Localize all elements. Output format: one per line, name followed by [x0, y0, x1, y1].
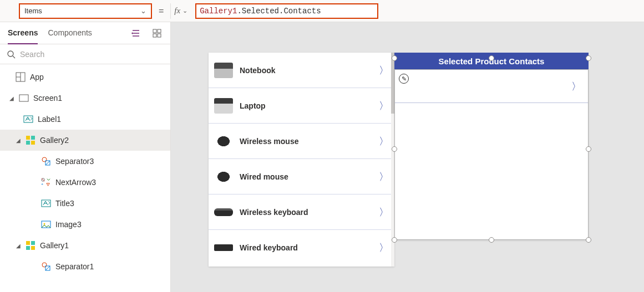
label-icon	[41, 198, 51, 208]
list-item[interactable]: 〉	[395, 70, 588, 103]
tree-grid-icon[interactable]	[151, 29, 163, 38]
list-item[interactable]: Wired keyboard 〉	[209, 230, 394, 265]
product-image	[214, 244, 233, 251]
chevron-down-icon: ⌄	[140, 7, 146, 15]
product-title: Wired keyboard	[240, 243, 372, 252]
list-item[interactable]: Notebook 〉	[209, 53, 394, 88]
separator-icon	[41, 156, 51, 166]
svg-rect-9	[19, 95, 28, 101]
tree-node-screen1[interactable]: ◢ Screen1	[0, 88, 170, 109]
formula-input[interactable]: Gallery1.Selected.Contacts	[195, 3, 378, 19]
label-icon	[23, 114, 33, 124]
svg-rect-26	[31, 246, 35, 250]
svg-point-15	[42, 157, 47, 162]
product-image	[214, 134, 233, 149]
gallery-icon	[26, 135, 36, 145]
tree-node-label: Image3	[55, 220, 82, 229]
tree-node-separator1[interactable]: Separator1	[0, 256, 170, 277]
tree-node-label: App	[30, 73, 44, 81]
svg-rect-2	[153, 34, 156, 37]
search-input[interactable]	[20, 50, 164, 59]
resize-handle[interactable]	[586, 146, 591, 152]
tab-components-label: Components	[48, 28, 92, 37]
tree-node-image3[interactable]: Image3	[0, 214, 170, 235]
tree-node-label1[interactable]: Label1	[0, 109, 170, 130]
tab-screens-label: Screens	[8, 28, 38, 37]
list-item[interactable]: Wireless mouse 〉	[209, 124, 394, 159]
chevron-right-icon[interactable]: 〉	[379, 241, 389, 254]
gallery2-control[interactable]: 〉	[394, 69, 589, 240]
tree-node-label: Gallery2	[40, 136, 69, 145]
resize-handle[interactable]	[392, 55, 397, 61]
chevron-right-icon[interactable]: 〉	[379, 206, 389, 219]
tab-components[interactable]: Components	[48, 22, 92, 44]
list-item[interactable]: Wireless keyboard 〉	[209, 194, 394, 230]
tree-node-label: Screen1	[33, 94, 62, 103]
tab-screens[interactable]: Screens	[8, 22, 38, 44]
chevron-right-icon[interactable]: 〉	[379, 135, 389, 148]
edit-template-badge[interactable]: ✎	[399, 74, 409, 84]
resize-handle[interactable]	[392, 237, 397, 243]
list-item[interactable]: Laptop 〉	[209, 88, 394, 124]
product-title: Laptop	[240, 101, 372, 110]
tree-node-app[interactable]: App	[0, 66, 170, 88]
tree-node-nextarrow3[interactable]: + NextArrow3	[0, 172, 170, 193]
tree-node-gallery1[interactable]: ◢ Gallery1	[0, 235, 170, 256]
fx-label: fx	[174, 6, 180, 16]
list-item[interactable]: Wired mouse 〉	[209, 159, 394, 194]
separator-icon	[41, 262, 51, 271]
tree-node-gallery2[interactable]: ◢ Gallery2	[0, 130, 170, 151]
screen-icon	[19, 93, 29, 103]
image-icon	[41, 219, 51, 229]
gallery1-control[interactable]: Notebook 〉 Laptop 〉 Wireless mouse 〉 Wir…	[209, 53, 394, 267]
svg-rect-13	[26, 141, 30, 145]
panel-tabs: Screens Components	[0, 22, 170, 44]
svg-point-4	[8, 51, 13, 57]
product-image	[214, 98, 233, 114]
formula-ref-token: Gallery1	[200, 7, 237, 16]
caret-down-icon: ◢	[9, 95, 14, 101]
icons-icon: +	[41, 177, 51, 187]
fx-button[interactable]: fx ⌄	[170, 3, 191, 19]
svg-text:+: +	[41, 182, 43, 187]
tree-node-label: Separator1	[55, 262, 94, 271]
resize-handle[interactable]	[489, 55, 494, 61]
tree-node-separator3[interactable]: Separator3	[0, 151, 170, 172]
resize-handle[interactable]	[586, 237, 591, 243]
product-image	[214, 208, 233, 216]
product-title: Wired mouse	[240, 172, 372, 181]
svg-rect-0	[153, 29, 156, 33]
svg-rect-12	[31, 136, 35, 140]
product-title: Wireless keyboard	[240, 208, 372, 217]
search-icon	[7, 50, 16, 59]
app-icon	[16, 72, 26, 82]
canvas[interactable]: Notebook 〉 Laptop 〉 Wireless mouse 〉 Wir…	[171, 22, 644, 292]
caret-down-icon: ◢	[16, 137, 21, 144]
property-dropdown[interactable]: Items ⌄	[19, 3, 152, 19]
gallery-icon	[26, 240, 36, 250]
svg-rect-14	[31, 141, 35, 145]
product-image	[214, 169, 233, 185]
chevron-right-icon[interactable]: 〉	[379, 170, 389, 183]
chevron-right-icon[interactable]: 〉	[571, 80, 581, 93]
tree-collapse-icon[interactable]	[130, 29, 141, 38]
resize-handle[interactable]	[586, 55, 591, 61]
chevron-right-icon[interactable]: 〉	[379, 99, 389, 112]
resize-handle[interactable]	[489, 237, 494, 243]
tree-search[interactable]	[0, 44, 170, 64]
chevron-down-icon: ⌄	[182, 7, 187, 14]
product-title: Notebook	[240, 66, 372, 75]
svg-rect-23	[26, 241, 30, 245]
property-name: Items	[24, 7, 42, 15]
chevron-right-icon[interactable]: 〉	[379, 64, 389, 77]
tree-node-label: Label1	[38, 115, 61, 124]
caret-down-icon: ◢	[16, 243, 21, 249]
tree-node-title3[interactable]: Title3	[0, 193, 170, 214]
resize-handle[interactable]	[392, 146, 397, 152]
formula-rest-token: .Selected.Contacts	[237, 7, 321, 16]
svg-line-5	[13, 56, 15, 58]
svg-rect-24	[31, 241, 35, 245]
svg-point-22	[44, 223, 45, 225]
svg-rect-11	[26, 136, 30, 140]
tree: App ◢ Screen1 Label1 ◢ Galle	[0, 64, 170, 279]
